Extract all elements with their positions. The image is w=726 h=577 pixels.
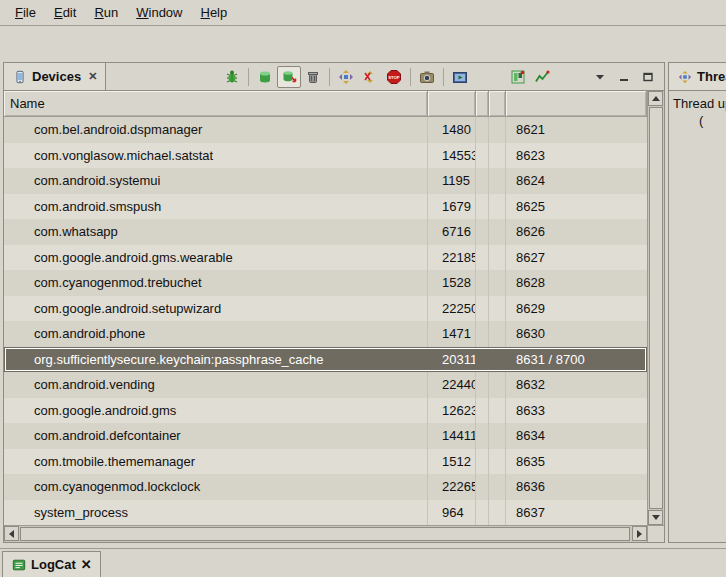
process-pid: 14553 xyxy=(428,143,476,169)
threads-tabbar: Threads xyxy=(669,63,726,91)
process-name: com.android.vending xyxy=(4,372,428,398)
process-port: 8624 xyxy=(506,168,647,194)
logcat-icon xyxy=(11,557,26,572)
table-row[interactable]: com.bel.android.dspmanager 1480 8621 xyxy=(4,117,647,143)
empty-cell xyxy=(476,296,489,322)
scroll-up-button[interactable] xyxy=(648,91,663,106)
process-port: 8632 xyxy=(506,372,647,398)
scroll-left-button[interactable] xyxy=(4,526,19,541)
process-port: 8623 xyxy=(506,143,647,169)
empty-cell xyxy=(476,143,489,169)
empty-cell xyxy=(489,117,506,143)
horizontal-scrollbar[interactable] xyxy=(4,525,647,542)
debug-icon xyxy=(224,69,240,85)
update-heap-button[interactable] xyxy=(253,66,277,88)
process-pid: 1512 xyxy=(428,449,476,475)
screen-record-icon xyxy=(452,69,468,85)
update-threads-button[interactable] xyxy=(334,66,358,88)
empty-cell xyxy=(489,449,506,475)
horizontal-scroll-thumb[interactable] xyxy=(20,527,630,541)
dump-hprof-button[interactable] xyxy=(277,66,301,88)
column-header-3[interactable] xyxy=(476,91,489,117)
minimize-button[interactable] xyxy=(612,66,636,88)
table-row[interactable]: com.google.android.gms 12623 8633 xyxy=(4,398,647,424)
process-name: com.google.android.gms xyxy=(4,398,428,424)
table-row[interactable]: com.google.android.gms.wearable 22185 86… xyxy=(4,245,647,271)
empty-cell xyxy=(476,398,489,424)
process-pid: 1679 xyxy=(428,194,476,220)
empty-cell xyxy=(476,372,489,398)
tab-logcat-close-icon[interactable]: ✕ xyxy=(81,557,92,572)
hierarchy-icon xyxy=(510,69,526,85)
column-header-port[interactable] xyxy=(506,91,647,117)
process-port: 8629 xyxy=(506,296,647,322)
tab-threads[interactable]: Threads xyxy=(669,63,726,90)
process-name: com.android.systemui xyxy=(4,168,428,194)
view-menu-button[interactable] xyxy=(588,66,612,88)
process-port: 8621 xyxy=(506,117,647,143)
tab-logcat[interactable]: LogCat ✕ xyxy=(2,551,101,577)
table-row[interactable]: com.google.android.setupwizard 22250 862… xyxy=(4,296,647,322)
cause-gc-button[interactable] xyxy=(301,66,325,88)
process-pid: 22185 xyxy=(428,245,476,271)
menu-file[interactable]: File xyxy=(6,2,45,23)
screen-record-button[interactable] xyxy=(448,66,472,88)
device-table: Name com.bel.android.dspmanager 1480 862… xyxy=(4,91,647,525)
column-header-4[interactable] xyxy=(489,91,506,117)
table-row[interactable]: com.android.smspush 1679 8625 xyxy=(4,194,647,220)
process-pid: 22265 xyxy=(428,474,476,500)
process-port: 8637 xyxy=(506,500,647,526)
process-pid: 964 xyxy=(428,500,476,526)
empty-cell xyxy=(476,449,489,475)
table-row[interactable]: com.cyanogenmod.lockclock 22265 8636 xyxy=(4,474,647,500)
menu-edit[interactable]: Edit xyxy=(45,2,85,23)
menu-run[interactable]: Run xyxy=(85,2,127,23)
table-row[interactable]: com.cyanogenmod.trebuchet 1528 8628 xyxy=(4,270,647,296)
vertical-scrollbar[interactable] xyxy=(647,91,664,525)
tab-devices[interactable]: Devices ✕ xyxy=(4,63,106,90)
debug-button[interactable] xyxy=(220,66,244,88)
stop-process-button[interactable]: STOP xyxy=(382,66,406,88)
table-row[interactable]: org.sufficientlysecure.keychain:passphra… xyxy=(4,347,647,373)
table-row[interactable]: com.android.phone 1471 8630 xyxy=(4,321,647,347)
column-header-name[interactable]: Name xyxy=(4,91,428,117)
device-table-body: com.bel.android.dspmanager 1480 8621 com… xyxy=(4,117,647,525)
scroll-down-button[interactable] xyxy=(648,510,663,525)
scroll-right-button[interactable] xyxy=(632,526,647,541)
empty-cell xyxy=(489,347,506,373)
table-row[interactable]: com.tmobile.thememanager 1512 8635 xyxy=(4,449,647,475)
dump-hprof-icon xyxy=(281,69,297,85)
table-row[interactable]: com.vonglasow.michael.satstat 14553 8623 xyxy=(4,143,647,169)
table-row[interactable]: com.whatsapp 6716 8626 xyxy=(4,219,647,245)
tab-devices-label: Devices xyxy=(32,69,81,84)
table-row[interactable]: com.android.vending 22440 8632 xyxy=(4,372,647,398)
column-header-pid[interactable] xyxy=(428,91,476,117)
svg-text:STOP: STOP xyxy=(388,74,400,79)
process-name: com.tmobile.thememanager xyxy=(4,449,428,475)
menubar: File Edit Run Window Help xyxy=(0,0,726,26)
tab-devices-close-icon[interactable]: ✕ xyxy=(86,70,97,83)
vertical-scroll-thumb[interactable] xyxy=(649,107,663,509)
table-row[interactable]: com.android.defcontainer 14411 8634 xyxy=(4,423,647,449)
empty-cell xyxy=(476,321,489,347)
empty-cell xyxy=(489,168,506,194)
process-pid: 1528 xyxy=(428,270,476,296)
menu-help[interactable]: Help xyxy=(191,2,236,23)
threads-message-line2: ( xyxy=(699,113,722,128)
table-row[interactable]: com.android.systemui 1195 8624 xyxy=(4,168,647,194)
empty-cell xyxy=(476,194,489,220)
toolbar-separator xyxy=(443,68,444,86)
method-profiling-button[interactable] xyxy=(358,66,382,88)
empty-cell xyxy=(476,500,489,526)
menu-window[interactable]: Window xyxy=(127,2,191,23)
maximize-button[interactable] xyxy=(636,66,660,88)
process-name: com.android.defcontainer xyxy=(4,423,428,449)
empty-cell xyxy=(476,474,489,500)
tab-threads-label: Threads xyxy=(697,69,726,84)
screen-capture-button[interactable] xyxy=(415,66,439,88)
empty-cell xyxy=(489,194,506,220)
table-row[interactable]: system_process 964 8637 xyxy=(4,500,647,526)
hierarchy-button[interactable] xyxy=(506,66,530,88)
empty-cell xyxy=(489,500,506,526)
trace-button[interactable] xyxy=(530,66,554,88)
